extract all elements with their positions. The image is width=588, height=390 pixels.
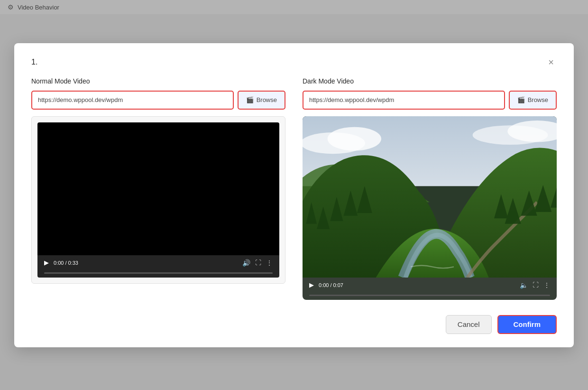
dark-fullscreen-icon[interactable]: ⛶: [533, 281, 539, 288]
cancel-button[interactable]: Cancel: [446, 315, 492, 334]
normal-play-button[interactable]: ▶: [44, 259, 49, 266]
dark-mode-label: Dark Mode Video: [303, 77, 557, 85]
normal-video-screen: [37, 122, 279, 255]
modal-header: 1. ×: [31, 56, 557, 68]
normal-video-container: ▶ 0:00 / 0:33 🔊 ⛶ ⋮: [31, 116, 285, 284]
video-columns: Normal Mode Video 🎬 Browse ▶ 0:00 / 0:33: [31, 77, 557, 300]
dark-volume-icon[interactable]: 🔈: [520, 281, 528, 289]
dark-progress-wrap: [303, 294, 557, 300]
modal-dialog: 1. × Normal Mode Video 🎬 Browse: [14, 43, 574, 347]
modal-footer: Cancel Confirm: [31, 313, 557, 334]
dark-video-controls: ▶ 0:00 / 0:07 🔈 ⛶ ⋮: [303, 278, 557, 294]
dark-url-input[interactable]: [303, 91, 505, 110]
normal-progress-wrap: [37, 271, 279, 278]
dark-video-container: ▶ 0:00 / 0:07 🔈 ⛶ ⋮: [303, 116, 557, 300]
normal-browse-button[interactable]: 🎬 Browse: [238, 91, 285, 110]
normal-more-icon[interactable]: ⋮: [266, 259, 273, 267]
dark-time-display: 0:00 / 0:07: [319, 282, 343, 288]
dark-video-player: ▶ 0:00 / 0:07 🔈 ⛶ ⋮: [303, 116, 557, 300]
normal-mode-label: Normal Mode Video: [31, 77, 285, 85]
normal-volume-icon[interactable]: 🔊: [242, 259, 250, 267]
normal-url-row: 🎬 Browse: [31, 91, 285, 110]
confirm-button[interactable]: Confirm: [497, 315, 557, 334]
modal-title: 1.: [31, 58, 37, 66]
normal-fullscreen-icon[interactable]: ⛶: [255, 259, 261, 266]
dark-mode-column: Dark Mode Video 🎬 Browse: [303, 77, 557, 300]
normal-progress-bar[interactable]: [44, 272, 273, 274]
normal-url-input[interactable]: [31, 91, 234, 110]
dark-url-row: 🎬 Browse: [303, 91, 557, 110]
normal-video-player: ▶ 0:00 / 0:33 🔊 ⛶ ⋮: [37, 122, 279, 278]
dark-video-screen: [303, 116, 557, 278]
svg-point-2: [328, 127, 381, 150]
dark-video-camera-icon: 🎬: [517, 96, 525, 103]
dark-more-icon[interactable]: ⋮: [543, 281, 550, 289]
dark-browse-button[interactable]: 🎬 Browse: [509, 91, 557, 110]
normal-video-controls: ▶ 0:00 / 0:33 🔊 ⛶ ⋮: [37, 255, 279, 271]
normal-time-display: 0:00 / 0:33: [54, 260, 78, 266]
normal-mode-column: Normal Mode Video 🎬 Browse ▶ 0:00 / 0:33: [31, 77, 285, 300]
dark-progress-bar[interactable]: [309, 295, 550, 296]
video-camera-icon: 🎬: [246, 96, 254, 103]
dark-play-button[interactable]: ▶: [309, 281, 314, 288]
close-button[interactable]: ×: [545, 56, 557, 68]
